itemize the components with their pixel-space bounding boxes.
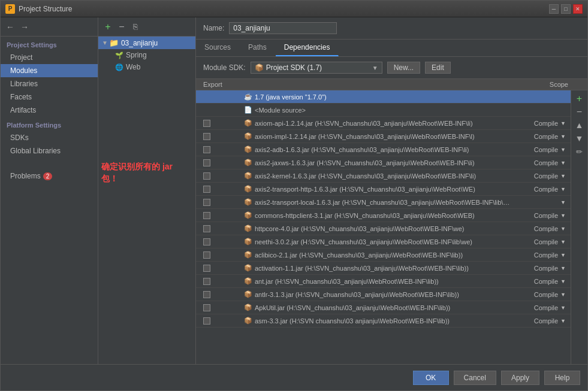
sidebar-item-global-libraries[interactable]: Global Libraries: [1, 144, 98, 157]
add-dep-button[interactable]: +: [574, 93, 586, 105]
module-tree-child-web[interactable]: 🌐 Web: [98, 61, 195, 73]
scope-dropdown[interactable]: ▼: [559, 199, 566, 205]
deps-checkbox[interactable]: [196, 278, 244, 285]
deps-row[interactable]: 📦 axiom-impl-1.2.14.jar (H:\SVN_chuanshu…: [196, 130, 571, 143]
checkbox-box[interactable]: [203, 265, 210, 272]
scope-dropdown[interactable]: Compile▼: [534, 186, 566, 193]
deps-checkbox[interactable]: [196, 120, 244, 127]
checkbox-box[interactable]: [203, 251, 210, 259]
deps-checkbox[interactable]: [196, 291, 244, 298]
checkbox-box[interactable]: [203, 225, 210, 232]
sdk-select[interactable]: 📦 Project SDK (1.7) ▼: [251, 62, 382, 74]
deps-row[interactable]: 📦 axiom-api-1.2.14.jar (H:\SVN_chuanshu\…: [196, 117, 571, 130]
scope-dropdown[interactable]: Compile▼: [534, 317, 566, 325]
scope-dropdown[interactable]: Compile▼: [534, 265, 566, 272]
scope-dropdown[interactable]: Compile▼: [534, 133, 566, 140]
sidebar-item-modules[interactable]: Modules: [1, 64, 98, 77]
sidebar-item-libraries[interactable]: Libraries: [1, 77, 98, 90]
checkbox-box[interactable]: [203, 172, 210, 180]
copy-module-button[interactable]: ⎘: [129, 21, 141, 33]
name-input[interactable]: [229, 22, 337, 34]
deps-row[interactable]: 📦 activation-1.1.jar (H:\SVN_chuanshu\03…: [196, 262, 571, 275]
deps-row[interactable]: 📦 neethi-3.0.2.jar (H:\SVN_chuanshu\03_a…: [196, 235, 571, 248]
deps-row[interactable]: 📦 axis2-transport-local-1.6.3.jar (H:\SV…: [196, 196, 571, 209]
scope-dropdown[interactable]: Compile▼: [534, 238, 566, 245]
checkbox-box[interactable]: [203, 146, 210, 153]
scope-dropdown[interactable]: Compile▼: [534, 172, 566, 180]
deps-checkbox[interactable]: [196, 317, 244, 325]
checkbox-box[interactable]: [203, 120, 210, 127]
deps-row[interactable]: 📦 commons-httpclient-3.1.jar (H:\SVN_chu…: [196, 209, 571, 222]
deps-row[interactable]: 📦 httpcore-4.0.jar (H:\SVN_chuanshu\03_a…: [196, 222, 571, 235]
deps-checkbox[interactable]: [196, 304, 244, 311]
deps-row[interactable]: 📦 ApkUtil.jar (H:\SVN_chuanshu\03_anjian…: [196, 301, 571, 314]
deps-row[interactable]: 📦 axis2-adb-1.6.3.jar (H:\SVN_chuanshu\0…: [196, 143, 571, 156]
deps-checkbox[interactable]: [196, 238, 244, 245]
scope-dropdown[interactable]: Compile▼: [534, 146, 566, 153]
module-tree-item-03anjianju[interactable]: ▼ 📁 03_anjianju: [98, 37, 195, 49]
checkbox-box[interactable]: [203, 199, 210, 206]
deps-row[interactable]: 📦 ant.jar (H:\SVN_chuanshu\03_anjianju\W…: [196, 275, 571, 288]
deps-row[interactable]: 📦 asm-3.3.jar (H:\SVN chuanshu\03 anjian…: [196, 314, 571, 328]
close-button[interactable]: ✕: [573, 4, 583, 14]
scope-dropdown[interactable]: Compile▼: [534, 278, 566, 285]
deps-checkbox[interactable]: [196, 212, 244, 219]
minimize-button[interactable]: ─: [549, 4, 559, 14]
checkbox-box[interactable]: [203, 278, 210, 285]
checkbox-box[interactable]: [203, 186, 210, 193]
deps-checkbox[interactable]: [196, 146, 244, 153]
move-down-button[interactable]: ▼: [574, 132, 586, 144]
sidebar-item-facets[interactable]: Facets: [1, 90, 98, 104]
scope-dropdown[interactable]: Compile▼: [534, 159, 566, 166]
sidebar-item-project[interactable]: Project: [1, 51, 98, 64]
tab-paths[interactable]: Paths: [240, 40, 276, 56]
deps-checkbox[interactable]: [196, 159, 244, 166]
checkbox-box[interactable]: [203, 304, 210, 311]
deps-row[interactable]: 📦 axis2-kernel-1.6.3.jar (H:\SVN_chuansh…: [196, 169, 571, 183]
cancel-button[interactable]: Cancel: [454, 371, 496, 385]
deps-row-jdk[interactable]: ☕ 1.7 (java version "1.7.0"): [196, 90, 571, 104]
scope-dropdown[interactable]: Compile▼: [534, 304, 566, 311]
checkbox-box[interactable]: [203, 238, 210, 245]
scope-dropdown[interactable]: Compile▼: [534, 291, 566, 298]
deps-row[interactable]: 📦 antlr-3.1.3.jar (H:\SVN_chuanshu\03_an…: [196, 288, 571, 301]
maximize-button[interactable]: □: [561, 4, 571, 14]
move-up-button[interactable]: ▲: [574, 119, 586, 131]
scope-dropdown[interactable]: Compile▼: [534, 225, 566, 232]
deps-checkbox[interactable]: [196, 251, 244, 259]
scope-dropdown[interactable]: Compile▼: [534, 251, 566, 259]
deps-checkbox[interactable]: [196, 199, 244, 206]
sdk-new-button[interactable]: New...: [387, 62, 420, 74]
sdk-edit-button[interactable]: Edit: [425, 62, 451, 74]
remove-dep-button[interactable]: −: [574, 106, 586, 118]
nav-forward-button[interactable]: →: [19, 21, 31, 33]
module-tree-child-spring[interactable]: 🌱 Spring: [98, 49, 195, 61]
nav-back-button[interactable]: ←: [4, 21, 16, 33]
deps-checkbox[interactable]: [196, 172, 244, 180]
deps-row[interactable]: 📦 axis2-transport-http-1.6.3.jar (H:\SVN…: [196, 183, 571, 196]
checkbox-box[interactable]: [203, 317, 210, 325]
checkbox-box[interactable]: [203, 133, 210, 140]
apply-button[interactable]: Apply: [501, 371, 539, 385]
deps-checkbox[interactable]: [196, 133, 244, 140]
deps-row[interactable]: 📦 axis2-jaxws-1.6.3.jar (H:\SVN_chuanshu…: [196, 156, 571, 169]
sidebar-item-problems[interactable]: Problems 2: [1, 169, 98, 183]
deps-checkbox[interactable]: [196, 186, 244, 193]
tab-sources[interactable]: Sources: [196, 40, 240, 56]
sidebar-item-artifacts[interactable]: Artifacts: [1, 104, 98, 117]
add-module-button[interactable]: +: [102, 21, 114, 33]
deps-row-module-source[interactable]: 📄 <Module source>: [196, 104, 571, 117]
help-button[interactable]: Help: [544, 371, 580, 385]
remove-module-button[interactable]: −: [116, 21, 128, 33]
sidebar-item-sdks[interactable]: SDKs: [1, 131, 98, 144]
scope-dropdown[interactable]: Compile▼: [534, 120, 566, 127]
checkbox-box[interactable]: [203, 291, 210, 298]
scope-dropdown[interactable]: Compile▼: [534, 212, 566, 219]
tab-dependencies[interactable]: Dependencies: [276, 40, 339, 56]
checkbox-box[interactable]: [203, 212, 210, 219]
deps-row[interactable]: 📦 aclibico-2.1.jar (H:\SVN_chuanshu\03_a…: [196, 248, 571, 262]
edit-dep-button[interactable]: ✏: [574, 146, 586, 157]
deps-checkbox[interactable]: [196, 265, 244, 272]
deps-checkbox[interactable]: [196, 225, 244, 232]
ok-button[interactable]: OK: [413, 371, 449, 385]
